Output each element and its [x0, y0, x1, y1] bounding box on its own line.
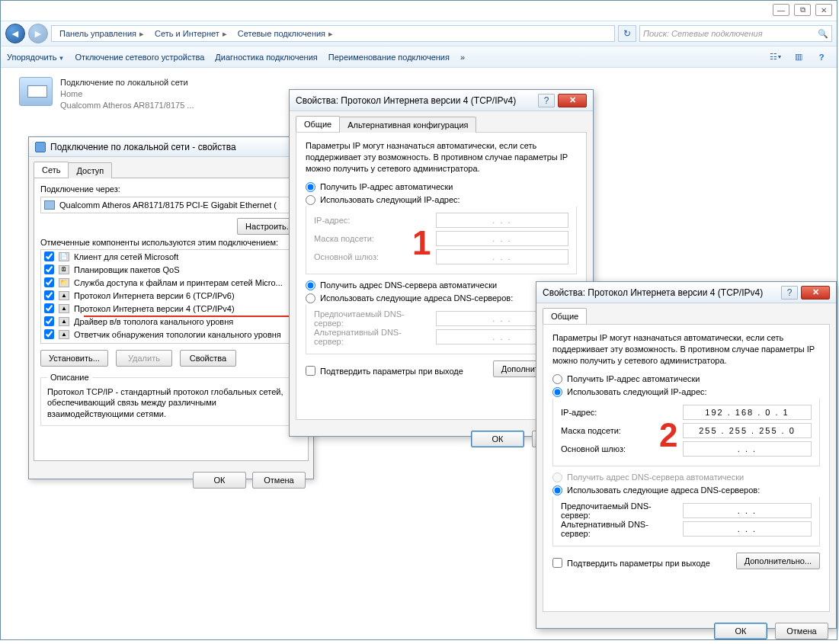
ok-button[interactable]: ОК	[471, 431, 524, 447]
refresh-button[interactable]: ↻	[618, 25, 636, 42]
validate-checkbox[interactable]	[552, 558, 562, 568]
maximize-button[interactable]: ⧉	[794, 4, 811, 16]
mask-field[interactable]: 255 . 255 . 255 . 0	[683, 423, 812, 438]
crumb-cp[interactable]: Панель управления▸	[55, 27, 149, 40]
list-item: 🗓Планировщик пакетов QoS	[41, 263, 301, 276]
nic-icon	[44, 200, 55, 210]
annotation-marker-2: 2	[659, 416, 677, 454]
tab-network[interactable]: Сеть	[34, 162, 69, 178]
dialog-titlebar[interactable]: Свойства: Протокол Интернета версии 4 (T…	[536, 282, 836, 303]
crumb-net[interactable]: Сеть и Интернет▸	[150, 27, 232, 40]
mask-field: . . .	[436, 231, 568, 246]
tab-alt-config[interactable]: Альтернативная конфигурация	[339, 117, 476, 133]
list-item: ▲Ответчик обнаружения топологии канально…	[41, 328, 301, 341]
radio-ip-auto[interactable]	[306, 182, 315, 192]
help-button[interactable]: ?	[781, 286, 798, 300]
list-item: 📄Клиент для сетей Microsoft	[41, 250, 301, 263]
adapter-field: Qualcomm Atheros AR8171/8175 PCI-E Gigab…	[40, 197, 302, 213]
tab-general[interactable]: Общие	[296, 116, 340, 132]
annotation-underline	[84, 316, 293, 317]
toolbar-organize[interactable]: Упорядочить▼	[7, 53, 64, 62]
list-item: 📁Служба доступа к файлам и принтерам сет…	[41, 276, 301, 289]
connect-via-label: Подключение через:	[40, 184, 302, 194]
ok-button[interactable]: ОК	[193, 472, 246, 489]
ip-field[interactable]: 192 . 168 . 0 . 1	[683, 405, 812, 420]
components-label: Отмеченные компоненты используются этим …	[40, 238, 302, 247]
toolbar-rename[interactable]: Переименование подключения	[328, 53, 450, 62]
forward-button[interactable]: ►	[28, 24, 48, 43]
adapter-icon	[35, 142, 46, 152]
tab-access[interactable]: Доступ	[68, 162, 112, 178]
view-icon[interactable]: ☷▼	[767, 50, 785, 65]
dns2-field[interactable]: . . .	[683, 521, 812, 537]
validate-checkbox[interactable]	[306, 366, 315, 376]
annotation-marker-1: 1	[412, 224, 431, 262]
radio-dns-auto[interactable]	[306, 280, 315, 290]
radio-ip-manual[interactable]	[306, 195, 315, 205]
toolbar-diagnose[interactable]: Диагностика подключения	[215, 53, 317, 62]
help-button[interactable]: ?	[538, 94, 555, 107]
gateway-field: . . .	[436, 249, 568, 264]
search-input[interactable]: Поиск: Сетевые подключения 🔍	[639, 25, 832, 42]
components-list[interactable]: 📄Клиент для сетей Microsoft 🗓Планировщик…	[40, 249, 302, 344]
description-text: Протокол TCP/IP - стандартный протокол г…	[47, 386, 295, 419]
dns1-field[interactable]: . . .	[683, 503, 812, 518]
advanced-button[interactable]: Дополнительно...	[736, 553, 820, 569]
nav-bar: ◄ ► Панель управления▸ Сеть и Интернет▸ …	[1, 21, 837, 46]
toolbar-more[interactable]: »	[460, 53, 465, 62]
preview-pane-icon[interactable]: ▥	[789, 50, 808, 65]
description-legend: Описание	[47, 373, 92, 382]
close-button[interactable]: ✕	[815, 4, 832, 16]
radio-ip-manual[interactable]	[552, 387, 562, 397]
radio-dns-auto	[552, 473, 562, 482]
toolbar: Упорядочить▼ Отключение сетевого устройс…	[1, 46, 837, 68]
gateway-field[interactable]: . . .	[683, 441, 812, 457]
dialog-titlebar[interactable]: Подключение по локальной сети - свойства	[29, 137, 313, 157]
explorer-window: — ⧉ ✕ ◄ ► Панель управления▸ Сеть и Инте…	[0, 0, 837, 640]
radio-ip-auto[interactable]	[552, 374, 562, 384]
crumb-conn[interactable]: Сетевые подключения▸	[233, 27, 338, 40]
close-button[interactable]: ✕	[801, 286, 830, 300]
lan-properties-dialog: Подключение по локальной сети - свойства…	[28, 136, 314, 479]
properties-button[interactable]: Свойства	[180, 350, 236, 367]
radio-dns-manual[interactable]	[306, 293, 315, 303]
list-item-tcpipv4: ▲Протокол Интернета версии 4 (TCP/IPv4)	[41, 302, 301, 315]
minimize-button[interactable]: —	[773, 4, 789, 16]
network-adapter-icon	[19, 77, 53, 106]
ipv4-dialog-2: Свойства: Протокол Интернета версии 4 (T…	[536, 281, 837, 629]
connection-text: Подключение по локальной сети Home Qualc…	[60, 77, 194, 111]
tab-general[interactable]: Общие	[543, 308, 587, 324]
breadcrumb[interactable]: Панель управления▸ Сеть и Интернет▸ Сете…	[51, 25, 615, 42]
window-controls: — ⧉ ✕	[773, 4, 832, 16]
toolbar-disable[interactable]: Отключение сетевого устройства	[75, 53, 204, 62]
help-icon[interactable]: ?	[812, 50, 831, 65]
cancel-button[interactable]: Отмена	[252, 472, 306, 489]
info-text: Параметры IP могут назначаться автоматич…	[552, 332, 820, 367]
radio-dns-manual[interactable]	[552, 485, 562, 495]
back-button[interactable]: ◄	[5, 24, 25, 43]
close-button[interactable]: ✕	[558, 94, 587, 107]
install-button[interactable]: Установить...	[40, 350, 108, 367]
uninstall-button: Удалить	[116, 350, 172, 367]
dialog-titlebar[interactable]: Свойства: Протокол Интернета версии 4 (T…	[290, 90, 593, 111]
ok-button[interactable]: ОК	[714, 623, 767, 639]
info-text: Параметры IP могут назначаться автоматич…	[306, 140, 577, 175]
cancel-button[interactable]: Отмена	[775, 623, 828, 639]
connection-item[interactable]: Подключение по локальной сети Home Qualc…	[19, 77, 194, 111]
ip-field: . . .	[436, 213, 568, 228]
list-item: ▲Протокол Интернета версии 6 (TCP/IPv6)	[41, 289, 301, 302]
search-icon: 🔍	[818, 29, 828, 39]
